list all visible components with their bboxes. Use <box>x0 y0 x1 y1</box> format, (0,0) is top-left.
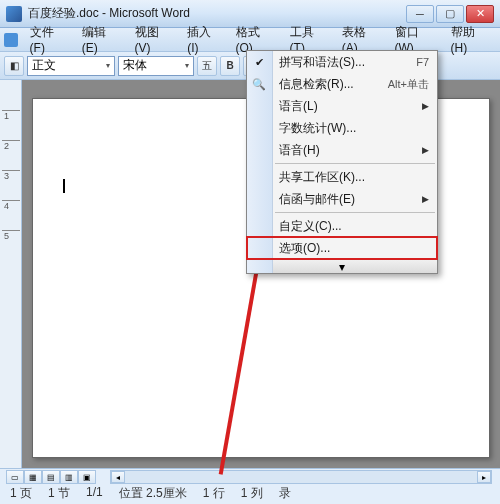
scroll-right-button[interactable]: ▸ <box>477 471 491 483</box>
search-icon: 🔍 <box>251 76 267 92</box>
status-text: 1 页 1 节 1/1 位置 2.5厘米 1 行 1 列 录 <box>10 485 490 502</box>
status-mode: 录 <box>279 485 291 502</box>
font-label: 宋体 <box>123 57 147 74</box>
status-line: 1 行 <box>203 485 225 502</box>
menu-item-label: 共享工作区(K)... <box>279 169 365 186</box>
menu-insert[interactable]: 插入(I) <box>181 22 227 57</box>
maximize-button[interactable]: ▢ <box>436 5 464 23</box>
submenu-arrow-icon: ▶ <box>422 101 429 111</box>
chevron-down-icon: ▾ <box>185 61 189 70</box>
view-print-button[interactable]: ▤ <box>42 470 60 484</box>
menu-separator <box>275 212 435 213</box>
menu-separator <box>275 163 435 164</box>
chevron-down-icon: ▾ <box>106 61 110 70</box>
menu-item-language[interactable]: 语言(L) ▶ <box>247 95 437 117</box>
window-title: 百度经验.doc - Microsoft Word <box>28 5 406 22</box>
view-buttons: ▭ ▦ ▤ ▥ ▣ <box>6 470 96 484</box>
menu-item-label: 字数统计(W)... <box>279 120 356 137</box>
status-position: 位置 2.5厘米 <box>119 485 187 502</box>
status-page: 1 页 <box>10 485 32 502</box>
status-section: 1 节 <box>48 485 70 502</box>
menu-item-label: 选项(O)... <box>279 240 330 257</box>
menu-item-wordcount[interactable]: 字数统计(W)... <box>247 117 437 139</box>
menu-item-spelling[interactable]: ✔ 拼写和语法(S)... F7 <box>247 51 437 73</box>
view-outline-button[interactable]: ▥ <box>60 470 78 484</box>
toolbar-bold-button[interactable]: B <box>220 56 240 76</box>
vertical-ruler: 1 2 3 4 5 <box>0 80 22 468</box>
close-button[interactable]: ✕ <box>466 5 494 23</box>
menubar: 文件(F) 编辑(E) 视图(V) 插入(I) 格式(O) 工具(T) 表格(A… <box>0 28 500 52</box>
status-pageof: 1/1 <box>86 485 103 502</box>
scroll-track[interactable] <box>125 471 477 483</box>
horizontal-scrollbar[interactable]: ◂ ▸ <box>110 470 492 484</box>
menu-item-label: 自定义(C)... <box>279 218 342 235</box>
style-select[interactable]: 正文 ▾ <box>27 56 115 76</box>
menu-item-label: 语言(L) <box>279 98 318 115</box>
menu-edit[interactable]: 编辑(E) <box>76 22 127 57</box>
submenu-arrow-icon: ▶ <box>422 194 429 204</box>
statusbar: ▭ ▦ ▤ ▥ ▣ ◂ ▸ 1 页 1 节 1/1 位置 2.5厘米 1 行 1… <box>0 468 500 504</box>
menu-item-research[interactable]: 🔍 信息检索(R)... Alt+单击 <box>247 73 437 95</box>
view-normal-button[interactable]: ▭ <box>6 470 24 484</box>
scroll-left-button[interactable]: ◂ <box>111 471 125 483</box>
toolbar-btn-size[interactable]: 五 <box>197 56 217 76</box>
menu-file[interactable]: 文件(F) <box>24 22 74 57</box>
menu-item-shortcut: F7 <box>416 56 429 68</box>
submenu-arrow-icon: ▶ <box>422 145 429 155</box>
menu-item-shortcut: Alt+单击 <box>388 77 429 92</box>
word-icon <box>4 33 18 47</box>
menu-item-label: 信息检索(R)... <box>279 76 354 93</box>
menu-view[interactable]: 视图(V) <box>129 22 180 57</box>
window-controls: ─ ▢ ✕ <box>406 5 494 23</box>
menu-expand-button[interactable]: ▾ <box>247 259 437 273</box>
menu-item-customize[interactable]: 自定义(C)... <box>247 215 437 237</box>
font-select[interactable]: 宋体 ▾ <box>118 56 194 76</box>
text-cursor <box>63 179 65 193</box>
view-web-button[interactable]: ▦ <box>24 470 42 484</box>
status-column: 1 列 <box>241 485 263 502</box>
menu-item-speech[interactable]: 语音(H) ▶ <box>247 139 437 161</box>
menu-help[interactable]: 帮助(H) <box>445 22 496 57</box>
menu-item-label: 信函与邮件(E) <box>279 191 355 208</box>
menu-item-label: 语音(H) <box>279 142 320 159</box>
menu-item-shared-workspace[interactable]: 共享工作区(K)... <box>247 166 437 188</box>
chevron-down-icon: ▾ <box>339 260 345 274</box>
style-label: 正文 <box>32 57 56 74</box>
tools-dropdown-menu: ✔ 拼写和语法(S)... F7 🔍 信息检索(R)... Alt+单击 语言(… <box>246 50 438 274</box>
toolbar-btn-1[interactable]: ◧ <box>4 56 24 76</box>
view-reading-button[interactable]: ▣ <box>78 470 96 484</box>
check-icon: ✔ <box>251 54 267 70</box>
minimize-button[interactable]: ─ <box>406 5 434 23</box>
menu-item-options[interactable]: 选项(O)... <box>247 237 437 259</box>
app-window: 百度经验.doc - Microsoft Word ─ ▢ ✕ 文件(F) 编辑… <box>0 0 500 504</box>
app-icon <box>6 6 22 22</box>
menu-item-letters-mailings[interactable]: 信函与邮件(E) ▶ <box>247 188 437 210</box>
menu-item-label: 拼写和语法(S)... <box>279 54 365 71</box>
